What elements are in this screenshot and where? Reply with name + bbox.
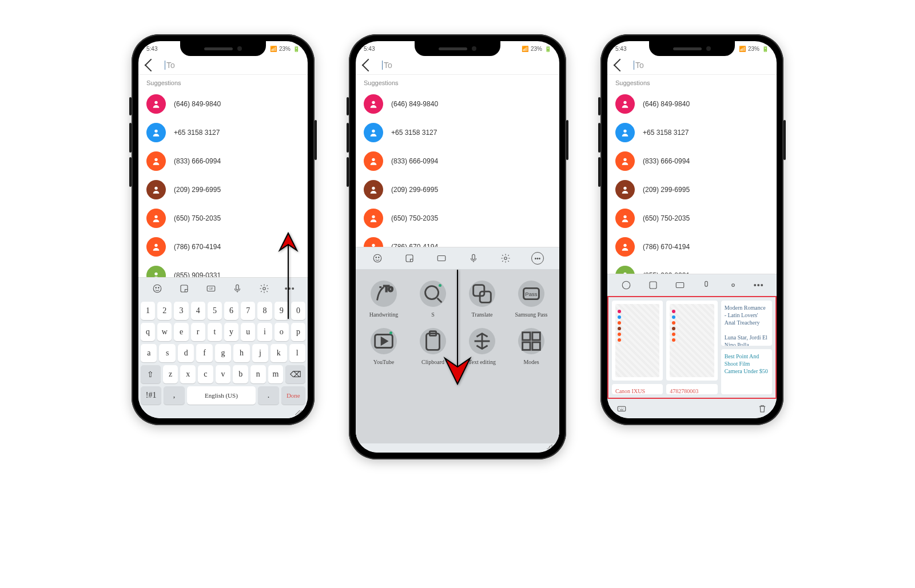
mic-icon[interactable]	[700, 279, 713, 291]
period-key[interactable]: .	[258, 386, 279, 405]
key[interactable]: l	[289, 344, 305, 362]
key[interactable]: 7	[241, 302, 255, 320]
key[interactable]: 2	[157, 302, 172, 320]
to-field[interactable]: To	[382, 61, 392, 70]
key[interactable]: 5	[208, 302, 222, 320]
contact-item[interactable]: (650) 750-2035	[356, 204, 559, 233]
contact-item[interactable]: +65 3158 3127	[607, 118, 777, 147]
tool-handwriting[interactable]: ToHandwriting	[361, 281, 406, 318]
key[interactable]: 3	[174, 302, 188, 320]
key[interactable]: 1	[141, 302, 155, 320]
mic-icon[interactable]	[467, 252, 480, 265]
tool-modes[interactable]: Modes	[509, 328, 554, 365]
mic-icon[interactable]	[231, 282, 244, 295]
back-icon[interactable]	[614, 59, 627, 72]
clipboard-item-text[interactable]: Canon IXUS	[612, 384, 663, 394]
emoji-icon[interactable]	[371, 252, 384, 265]
key[interactable]: n	[250, 365, 266, 383]
contact-item[interactable]: (209) 299-6995	[138, 175, 308, 204]
back-icon[interactable]	[362, 59, 375, 72]
key[interactable]: y	[224, 323, 238, 341]
contacts-list[interactable]: (646) 849-9840+65 3158 3127(833) 666-099…	[356, 90, 559, 247]
key[interactable]: r	[191, 323, 205, 341]
sticker-icon[interactable]	[647, 279, 659, 291]
key[interactable]: s	[159, 344, 175, 362]
contact-item[interactable]: (833) 666-0994	[356, 147, 559, 175]
contact-item[interactable]: (855) 909-0331	[138, 261, 308, 277]
contact-item[interactable]: (209) 299-6995	[356, 175, 559, 204]
key[interactable]: 9	[274, 302, 289, 320]
space-key[interactable]: English (US)	[187, 386, 256, 405]
contacts-list[interactable]: (646) 849-9840+65 3158 3127(833) 666-099…	[138, 90, 308, 277]
gif-icon[interactable]: GIF	[205, 282, 217, 295]
key[interactable]: k	[270, 344, 287, 362]
more-icon[interactable]: •••	[754, 281, 764, 290]
contact-item[interactable]: (646) 849-9840	[356, 90, 559, 118]
contact-item[interactable]: (833) 666-0994	[138, 147, 308, 175]
tool-text-editing[interactable]: Text editing	[460, 328, 504, 365]
tool-s[interactable]: S	[411, 281, 455, 318]
key[interactable]: b	[233, 365, 248, 383]
tool-samsung-pass[interactable]: PassSamsung Pass	[509, 281, 554, 318]
shift-key[interactable]: ⇧	[141, 365, 161, 383]
key[interactable]: p	[291, 323, 305, 341]
back-icon[interactable]	[145, 59, 158, 72]
gear-icon[interactable]	[727, 279, 739, 291]
key[interactable]: m	[268, 365, 284, 383]
key[interactable]: e	[174, 323, 188, 341]
tool-youtube[interactable]: YouTube	[361, 328, 406, 365]
key[interactable]: 4	[191, 302, 205, 320]
tool-clipboard[interactable]: Clipboard	[411, 328, 455, 365]
key[interactable]: q	[141, 323, 155, 341]
key[interactable]: 0	[291, 302, 305, 320]
clipboard-item-image[interactable]	[666, 301, 717, 381]
more-icon[interactable]: •••	[531, 252, 544, 265]
key[interactable]: t	[208, 323, 222, 341]
key[interactable]: 6	[224, 302, 238, 320]
key[interactable]: f	[196, 344, 212, 362]
contact-item[interactable]: +65 3158 3127	[356, 118, 559, 147]
gif-icon[interactable]	[435, 252, 448, 265]
key[interactable]: a	[141, 344, 157, 362]
emoji-icon[interactable]	[151, 282, 164, 295]
key[interactable]: g	[215, 344, 231, 362]
emoji-icon[interactable]	[620, 279, 632, 291]
contact-item[interactable]: (646) 849-9840	[607, 90, 777, 118]
resize-handle-icon[interactable]	[295, 410, 302, 415]
clipboard-item-image[interactable]	[612, 301, 663, 381]
contact-item[interactable]: (786) 670-4194	[138, 233, 308, 261]
clipboard-item-text[interactable]: Modern Romance - Latin Lovers' Anal Trea…	[721, 301, 772, 346]
key[interactable]: h	[233, 344, 249, 362]
tool-translate[interactable]: Translate	[460, 281, 504, 318]
key[interactable]: u	[241, 323, 255, 341]
contact-item[interactable]: (786) 670-4194	[607, 233, 777, 261]
key[interactable]: w	[157, 323, 172, 341]
qwerty-keyboard[interactable]: 1234567890qwertyuiopasdfghjkl⇧zxcvbnm⌫ !…	[138, 299, 308, 409]
key[interactable]: d	[178, 344, 194, 362]
contact-item[interactable]: +65 3158 3127	[138, 118, 308, 147]
key[interactable]: i	[257, 323, 272, 341]
contacts-list[interactable]: (646) 849-9840+65 3158 3127(833) 666-099…	[607, 90, 777, 274]
gear-icon[interactable]	[258, 282, 270, 295]
resize-handle-icon[interactable]	[547, 445, 554, 449]
clipboard-item-text[interactable]: 4782780003	[666, 384, 717, 394]
to-field[interactable]: To	[634, 61, 644, 70]
sticker-icon[interactable]	[178, 282, 190, 295]
backspace-key[interactable]: ⌫	[285, 365, 305, 383]
key[interactable]: 8	[257, 302, 272, 320]
key[interactable]: x	[180, 365, 196, 383]
trash-icon[interactable]	[756, 402, 769, 415]
gear-icon[interactable]	[499, 252, 512, 265]
gif-icon[interactable]	[674, 279, 686, 291]
key[interactable]: o	[274, 323, 289, 341]
key[interactable]: z	[163, 365, 178, 383]
contact-item[interactable]: (650) 750-2035	[607, 204, 777, 233]
to-field[interactable]: To	[165, 61, 175, 70]
sticker-icon[interactable]	[403, 252, 416, 265]
contact-item[interactable]: (833) 666-0994	[607, 147, 777, 175]
contact-item[interactable]: (646) 849-9840	[138, 90, 308, 118]
comma-key[interactable]: ,	[164, 386, 184, 405]
key[interactable]: j	[252, 344, 268, 362]
key[interactable]: v	[216, 365, 231, 383]
contact-item[interactable]: (650) 750-2035	[138, 204, 308, 233]
